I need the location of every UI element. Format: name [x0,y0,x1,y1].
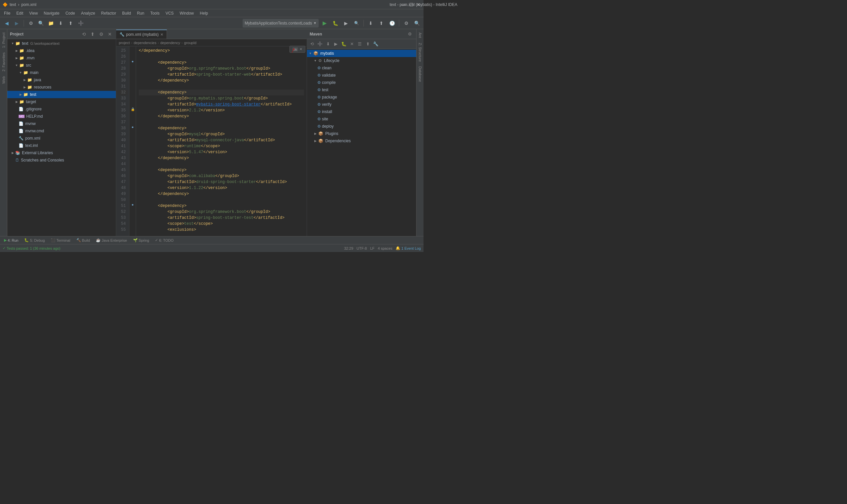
maven-item-package[interactable]: ⚙ package [307,93,416,101]
tab-project[interactable]: 1: Project [1,31,6,50]
toolbar-btn-2[interactable]: 🔍 [36,19,46,28]
tree-item-external-libs[interactable]: ▶ 📚 External Libraries [7,149,116,157]
tree-item-gitignore[interactable]: 📄 .gitignore [7,105,116,113]
tab-close-pomxml[interactable]: ✕ [160,33,163,37]
tab-database[interactable]: Database [417,64,423,84]
toolbar-btn-5[interactable]: ⬆ [66,19,75,28]
tree-item-scratches[interactable]: 🗒 Scratches and Consoles [7,157,116,164]
toolbar-btn-3[interactable]: 📁 [46,19,55,28]
cursor-position[interactable]: 32:29 [344,246,353,250]
tool-build[interactable]: 🔨 Build [74,237,92,243]
maven-download-button[interactable]: ⬇ [324,40,332,48]
git-history-button[interactable]: 🕐 [387,19,397,28]
nav-back-button[interactable]: ◀ [2,19,11,28]
toolbar-btn-1[interactable]: ⚙ [26,19,35,28]
settings-button[interactable]: ⚙ [402,19,411,28]
breadcrumb-item-dependency[interactable]: dependency [160,41,180,45]
tab-web[interactable]: Web [1,74,6,86]
toolbar-btn-6[interactable]: ➕ [76,19,85,28]
project-sync-button[interactable]: ⟲ [81,31,87,37]
maven-item-plugins[interactable]: ▶ 📦 Plugins [307,130,416,137]
maven-reload-button[interactable]: ⟲ [308,40,316,48]
tool-java-enterprise[interactable]: ☕ Java Enterprise [94,237,129,243]
editor-tab-pomxml[interactable]: 🔧 pom.xml (mybatis) ✕ [116,30,167,39]
tree-item-textiml[interactable]: 📄 text.iml [7,142,116,149]
toolbar-btn-4[interactable]: ⬇ [56,19,65,28]
maven-item-compile[interactable]: ⚙ compile [307,79,416,86]
tool-todo[interactable]: ✓ 6: TODO [153,237,176,243]
project-collapse-button[interactable]: ⬆ [89,31,96,37]
tab-ant[interactable]: Ant [417,31,423,40]
menu-item-vcs[interactable]: VCS [163,10,176,16]
code-editor[interactable]: 25 26 27 28 29 30 31 32 33 34 35 36 37 3… [116,47,307,236]
tree-item-src[interactable]: ▼ 📁 src [7,62,116,69]
maven-item-mybatis[interactable]: ▼ 📦 mybatis [307,50,416,57]
encoding-label[interactable]: UTF-8 [357,246,367,250]
maven-item-site[interactable]: ⚙ site [307,115,416,123]
menu-item-edit[interactable]: Edit [14,10,26,16]
tool-spring[interactable]: 🌱 Spring [131,237,151,243]
tree-item-mvnw[interactable]: 📄 mvnw [7,120,116,127]
menu-item-refactor[interactable]: Refactor [99,10,119,16]
menu-item-build[interactable]: Build [120,10,134,16]
maven-close-button[interactable]: ✕ [348,40,356,48]
maven-item-lifecycle[interactable]: ▼ ⚙ Lifecycle [307,57,416,64]
maven-tooltip-close[interactable]: ✕ [299,47,302,51]
breadcrumb-item-groupid[interactable]: groupId [184,41,196,45]
tree-item-java[interactable]: ▶ 📁 java [7,76,116,84]
run-button[interactable]: ▶ [320,19,329,28]
breadcrumb-item-dependencies[interactable]: dependencies [134,41,157,45]
search-everywhere-button[interactable]: 🔍 [412,19,421,28]
maven-item-validate[interactable]: ⚙ validate [307,72,416,79]
profile-button[interactable]: 🔍 [352,19,361,28]
tool-run[interactable]: ▶ 4: Run [2,237,20,243]
maven-item-clean[interactable]: ⚙ clean [307,64,416,72]
code-content[interactable]: </dependency> <dependency> <groupId>org.… [136,47,307,236]
maven-collapse-button[interactable]: ⬆ [364,40,371,48]
run-config-selector[interactable]: MybatisApplicationTests.contextLoads ▼ [243,19,318,28]
tree-item-pomxml[interactable]: 🔧 pom.xml [7,134,116,142]
tree-item-mvnwcmd[interactable]: 📄 mvnw.cmd [7,127,116,134]
maven-item-dependencies[interactable]: ▶ 📦 Dependencies [307,137,416,145]
maven-wrench-button[interactable]: 🔧 [372,40,379,48]
line-ending-label[interactable]: LF [370,246,374,250]
tree-item-main[interactable]: ▼ 📁 main [7,69,116,76]
menu-item-analyze[interactable]: Analyze [78,10,98,16]
tool-terminal[interactable]: ⬛ Terminal [49,237,72,243]
coverage-button[interactable]: ▶ [341,19,350,28]
git-push-button[interactable]: ⬆ [377,19,386,28]
maven-toggle-button[interactable]: ☰ [356,40,363,48]
event-log-button[interactable]: 🔔 1 Event Log [396,246,421,250]
maven-item-deploy[interactable]: ⚙ deploy [307,123,416,130]
menu-item-run[interactable]: Run [134,10,147,16]
menu-item-file[interactable]: File [1,10,13,16]
tab-z-structure[interactable]: Z: Structure [417,41,423,64]
maven-add-button[interactable]: ➕ [316,40,324,48]
debug-button[interactable]: 🐛 [331,19,340,28]
tree-item-mvn[interactable]: ▶ 📁 .mvn [7,54,116,62]
menu-item-navigate[interactable]: Navigate [41,10,62,16]
menu-item-window[interactable]: Window [177,10,196,16]
maven-item-test[interactable]: ⚙ test [307,86,416,93]
indent-label[interactable]: 4 spaces [378,246,392,250]
menu-item-help[interactable]: Help [197,10,211,16]
maven-run-debug-button[interactable]: 🐛 [340,40,347,48]
project-close-button[interactable]: ✕ [106,31,113,37]
tree-item-test[interactable]: ▶ 📁 test [7,91,116,98]
tree-item-helpmd[interactable]: MD HELP.md [7,113,116,120]
git-update-button[interactable]: ⬇ [366,19,375,28]
tree-item-target[interactable]: ▶ 📁 target [7,98,116,105]
tree-item-idea[interactable]: ▶ 📁 .idea [7,47,116,54]
maven-settings-button[interactable]: ⚙ [406,31,414,38]
maven-item-verify[interactable]: ⚙ verify [307,101,416,108]
maven-item-install[interactable]: ⚙ install [307,108,416,115]
nav-forward-button[interactable]: ▶ [12,19,21,28]
tool-debug[interactable]: 🐛 5: Debug [22,237,47,243]
maven-run-button[interactable]: ▶ [332,40,340,48]
tree-item-root[interactable]: ▼ 📁 text G:\workspace\text [7,40,116,47]
breadcrumb-item-project[interactable]: project [119,41,130,45]
menu-item-code[interactable]: Code [63,10,77,16]
tree-item-resources[interactable]: ▶ 📁 resources [7,84,116,91]
menu-item-view[interactable]: View [27,10,40,16]
project-settings-button[interactable]: ⚙ [98,31,105,37]
